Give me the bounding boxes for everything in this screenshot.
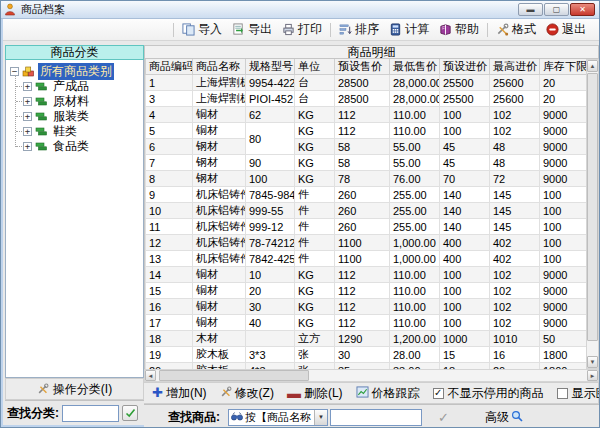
cell-spec[interactable]: 100: [246, 171, 295, 187]
cell-buy[interactable]: 45: [440, 139, 490, 155]
cell-maxBuy[interactable]: 102: [490, 267, 540, 283]
horizontal-scroll-thumb[interactable]: [159, 370, 309, 381]
cell-lower[interactable]: 9000: [540, 315, 587, 331]
cell-spec[interactable]: 999-55: [246, 203, 295, 219]
cell-spec[interactable]: 999-12: [246, 219, 295, 235]
search-mode-select[interactable]: 按【商品名称】查找 ▼: [228, 409, 328, 426]
cell-sell[interactable]: 112: [335, 315, 390, 331]
cell-lower[interactable]: 9000: [540, 155, 587, 171]
cell-unit[interactable]: 件: [295, 235, 335, 251]
cell-sell[interactable]: 112: [335, 283, 390, 299]
cell-unit[interactable]: KG: [295, 283, 335, 299]
cell-sell[interactable]: 1290: [335, 331, 390, 347]
cell-name[interactable]: 钢材: [193, 155, 246, 171]
cell-sell[interactable]: 58: [335, 139, 390, 155]
cell-lower[interactable]: 100: [540, 203, 587, 219]
cell-name[interactable]: 铜材: [193, 283, 246, 299]
table-row[interactable]: 16铜材30KG112110.001001029000: [146, 299, 587, 315]
sidebar-item-label[interactable]: 食品类: [51, 138, 91, 155]
cell-name[interactable]: 胶木板: [193, 347, 246, 363]
cell-unit[interactable]: 件: [295, 219, 335, 235]
cell-spec[interactable]: 3*3: [246, 347, 295, 363]
sidebar-item-shoes[interactable]: + 鞋类: [6, 124, 143, 139]
cell-lower[interactable]: 100: [540, 235, 587, 251]
cell-unit[interactable]: KG: [295, 123, 335, 139]
cell-minSell[interactable]: 28,000.00: [390, 91, 440, 107]
cell-spec[interactable]: 9954-4224: [246, 75, 295, 91]
cell-name[interactable]: 钢材: [193, 139, 246, 155]
cell-code[interactable]: 8: [146, 171, 193, 187]
cell-minSell[interactable]: 110.00: [390, 283, 440, 299]
cell-unit[interactable]: KG: [295, 315, 335, 331]
cell-lower[interactable]: 9000: [540, 283, 587, 299]
horizontal-scrollbar[interactable]: ◄ ►: [144, 369, 599, 382]
cell-code[interactable]: 12: [146, 235, 193, 251]
cell-buy[interactable]: 100: [440, 123, 490, 139]
cell-minSell[interactable]: 1,000.00: [390, 235, 440, 251]
cell-maxBuy[interactable]: 102: [490, 299, 540, 315]
cell-sell[interactable]: 28500: [335, 75, 390, 91]
table-row[interactable]: 17铜材40KG112110.001001029000: [146, 315, 587, 331]
cell-lower[interactable]: 9000: [540, 107, 587, 123]
cell-code[interactable]: 15: [146, 283, 193, 299]
cell-unit[interactable]: KG: [295, 107, 335, 123]
cell-minSell[interactable]: 110.00: [390, 267, 440, 283]
cell-buy[interactable]: 45: [440, 155, 490, 171]
table-row[interactable]: 8钢材100KG7876.0070729000: [146, 171, 587, 187]
cell-sell[interactable]: 30: [335, 347, 390, 363]
column-header-name[interactable]: 商品名称: [193, 59, 246, 75]
table-row[interactable]: 13机床铝铸件7842-425/542件11001,000.0040040210…: [146, 251, 587, 267]
cell-code[interactable]: 13: [146, 251, 193, 267]
cell-minSell[interactable]: 28.00: [390, 347, 440, 363]
cell-maxBuy[interactable]: 48: [490, 155, 540, 171]
cell-code[interactable]: 18: [146, 331, 193, 347]
column-header-buy[interactable]: 预设进价: [440, 59, 490, 75]
cell-lower[interactable]: 20: [540, 91, 587, 107]
cell-sell[interactable]: 260: [335, 219, 390, 235]
cell-name[interactable]: 机床铝铸件: [193, 187, 246, 203]
cell-minSell[interactable]: 255.00: [390, 203, 440, 219]
cell-spec[interactable]: 80: [246, 123, 295, 155]
column-header-lower[interactable]: 库存下限: [540, 59, 587, 75]
cell-maxBuy[interactable]: 16: [490, 347, 540, 363]
cell-spec[interactable]: 30: [246, 299, 295, 315]
cell-buy[interactable]: 100: [440, 283, 490, 299]
cell-maxBuy[interactable]: 402: [490, 235, 540, 251]
cell-lower[interactable]: 9000: [540, 139, 587, 155]
column-header-minsell[interactable]: 最低售价: [390, 59, 440, 75]
cell-maxBuy[interactable]: 145: [490, 203, 540, 219]
table-row[interactable]: 10机床铝铸件999-55件260255.00140145100: [146, 203, 587, 219]
scroll-up-button[interactable]: ▲: [587, 60, 598, 72]
cell-unit[interactable]: KG: [295, 155, 335, 171]
cell-code[interactable]: 10: [146, 203, 193, 219]
close-button[interactable]: ✕: [570, 3, 595, 16]
cell-minSell[interactable]: 110.00: [390, 315, 440, 331]
cell-lower[interactable]: 9000: [540, 123, 587, 139]
cell-spec[interactable]: 78-742124: [246, 235, 295, 251]
cell-buy[interactable]: 400: [440, 251, 490, 267]
cell-unit[interactable]: 张: [295, 347, 335, 363]
cell-minSell[interactable]: 110.00: [390, 123, 440, 139]
cell-code[interactable]: 19: [146, 347, 193, 363]
category-search-confirm-button[interactable]: [122, 405, 138, 421]
cell-minSell[interactable]: 55.00: [390, 155, 440, 171]
scroll-down-button[interactable]: ▼: [587, 356, 598, 368]
cell-sell[interactable]: 112: [335, 267, 390, 283]
cell-minSell[interactable]: 110.00: [390, 107, 440, 123]
cell-unit[interactable]: 件: [295, 187, 335, 203]
cell-lower[interactable]: 9000: [540, 171, 587, 187]
cell-name[interactable]: 铜材: [193, 315, 246, 331]
cell-code[interactable]: 14: [146, 267, 193, 283]
cell-code[interactable]: 11: [146, 219, 193, 235]
scroll-left-button[interactable]: ◄: [145, 370, 156, 381]
cell-code[interactable]: 1: [146, 75, 193, 91]
cell-sell[interactable]: 78: [335, 171, 390, 187]
cell-maxBuy[interactable]: 102: [490, 123, 540, 139]
cell-minSell[interactable]: 255.00: [390, 219, 440, 235]
category-search-input[interactable]: [62, 405, 119, 422]
cell-minSell[interactable]: 255.00: [390, 187, 440, 203]
cell-sell[interactable]: 112: [335, 107, 390, 123]
cell-minSell[interactable]: 55.00: [390, 139, 440, 155]
cell-minSell[interactable]: 110.00: [390, 299, 440, 315]
cell-name[interactable]: 上海焊割机: [193, 91, 246, 107]
